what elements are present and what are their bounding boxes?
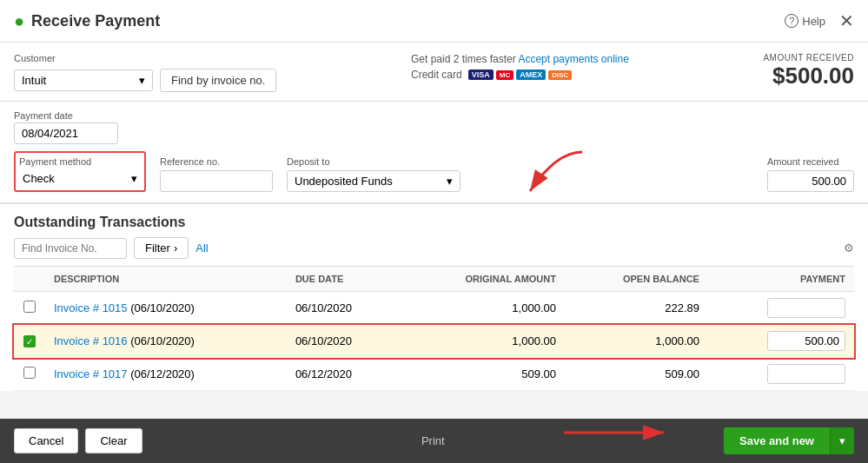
cancel-button[interactable]: Cancel: [14, 428, 78, 453]
invoice-date: (06/12/2020): [128, 367, 195, 380]
filter-arrow-icon: ›: [174, 241, 177, 255]
save-and-new-button[interactable]: Save and new: [724, 427, 830, 454]
transactions-table: DESCRIPTION DUE DATE ORIGINAL AMOUNT OPE…: [14, 266, 854, 391]
discover-icon: DISC: [548, 70, 572, 80]
col-checkbox: [14, 267, 45, 292]
header-right: ? Help ✕: [785, 10, 854, 31]
all-filter-link[interactable]: All: [195, 241, 208, 255]
deposit-to-select[interactable]: Undeposited Funds ▾: [287, 170, 461, 192]
invoice-date: (06/10/2020): [128, 301, 195, 314]
payment-method-select[interactable]: Check ▾: [19, 170, 141, 187]
reference-no-input[interactable]: [160, 170, 273, 192]
header: ● Receive Payment ? Help ✕: [0, 0, 868, 43]
original-amount-cell: 509.00: [400, 358, 565, 391]
checked-checkbox[interactable]: ✓: [23, 335, 36, 347]
description-cell: Invoice # 1016 (06/10/2020): [45, 325, 287, 358]
top-section: Customer Intuit ▾ Find by invoice no. Ge…: [0, 43, 868, 102]
credit-card-label: Credit card: [411, 69, 462, 81]
outstanding-title: Outstanding Transactions: [14, 215, 854, 230]
chevron-down-icon: ▾: [139, 74, 145, 87]
unchecked-checkbox[interactable]: [23, 367, 36, 379]
save-arrow-annotation: [555, 420, 677, 446]
amount-received-label: AMOUNT RECEIVED: [763, 53, 854, 63]
amex-icon: AMEX: [516, 69, 546, 80]
unchecked-checkbox[interactable]: [23, 301, 36, 313]
due-date-cell: 06/10/2020: [287, 325, 400, 358]
description-cell: Invoice # 1015 (06/10/2020): [45, 292, 287, 325]
table-row: Invoice # 1017 (06/12/2020)06/12/2020509…: [14, 358, 854, 391]
customer-select[interactable]: Intuit ▾: [14, 69, 153, 91]
open-balance-cell: 1,000.00: [565, 325, 708, 358]
payment-method-value: Check: [23, 172, 55, 185]
gear-icon[interactable]: ⚙: [844, 241, 854, 255]
invoice-link[interactable]: Invoice # 1016: [54, 334, 128, 347]
checkbox-cell[interactable]: [14, 358, 45, 391]
payment-input[interactable]: [767, 364, 845, 384]
print-button[interactable]: Print: [421, 434, 445, 447]
deposit-to-block: Deposit to Undeposited Funds ▾: [287, 156, 461, 192]
outstanding-section: Outstanding Transactions Filter › All ⚙ …: [0, 204, 868, 391]
bottom-bar: Cancel Clear Print Save and new ▾: [0, 419, 868, 463]
help-button[interactable]: ? Help: [785, 14, 825, 28]
chevron-down-icon: ▾: [447, 175, 453, 188]
logo-icon: ●: [14, 11, 24, 31]
amount-received-block: AMOUNT RECEIVED $500.00: [763, 53, 854, 89]
deposit-to-value: Undeposited Funds: [295, 175, 393, 188]
payment-cell[interactable]: [708, 292, 854, 325]
reference-no-block: Reference no.: [160, 156, 273, 192]
payment-cell[interactable]: [708, 325, 854, 358]
table-row: Invoice # 1015 (06/10/2020)06/10/20201,0…: [14, 292, 854, 325]
filter-label: Filter: [145, 241, 170, 255]
col-original-amount: ORIGINAL AMOUNT: [400, 267, 565, 292]
amount-received-value: $500.00: [763, 63, 854, 89]
payment-method-label: Payment method: [19, 156, 141, 167]
customer-value: Intuit: [22, 74, 46, 87]
payment-input[interactable]: [767, 298, 845, 318]
mid-section: Payment date Payment method Check ▾ Refe…: [0, 102, 868, 204]
header-left: ● Receive Payment: [14, 11, 160, 31]
visa-icon: VISA: [468, 69, 494, 80]
arrow-annotation: [487, 148, 591, 208]
chevron-down-icon: ▾: [131, 172, 137, 185]
original-amount-cell: 1,000.00: [400, 325, 565, 358]
col-open-balance: OPEN BALANCE: [565, 267, 708, 292]
find-invoice-button[interactable]: Find by invoice no.: [160, 69, 276, 92]
amount-received-field-block: Amount received: [767, 156, 854, 192]
payment-input[interactable]: [767, 331, 845, 351]
original-amount-cell: 1,000.00: [400, 292, 565, 325]
save-and-new-dropdown-button[interactable]: ▾: [830, 427, 854, 454]
promo-text: Get paid 2 times faster Accept payments …: [411, 53, 629, 65]
save-new-wrap: Save and new ▾: [724, 427, 854, 454]
payment-date-label: Payment date: [14, 110, 854, 121]
mastercard-icon: MC: [496, 70, 514, 80]
credit-cards: Credit card VISA MC AMEX DISC: [411, 69, 629, 81]
close-button[interactable]: ✕: [839, 10, 854, 31]
amount-received-input[interactable]: [767, 170, 854, 192]
customer-block: Customer Intuit ▾ Find by invoice no.: [14, 53, 276, 92]
customer-row: Intuit ▾ Find by invoice no.: [14, 69, 276, 92]
deposit-to-label: Deposit to: [287, 156, 461, 167]
invoice-link[interactable]: Invoice # 1017: [54, 367, 128, 380]
amount-received-field-label: Amount received: [767, 156, 854, 167]
customer-label: Customer: [14, 53, 276, 63]
filter-button[interactable]: Filter ›: [134, 237, 189, 259]
reference-no-label: Reference no.: [160, 156, 273, 167]
filter-row: Filter › All ⚙: [14, 237, 854, 259]
table-row: ✓Invoice # 1016 (06/10/2020)06/10/20201,…: [14, 325, 854, 358]
fields-row: Payment method Check ▾ Reference no. Dep…: [14, 151, 854, 192]
invoice-date: (06/10/2020): [128, 334, 195, 347]
due-date-cell: 06/10/2020: [287, 292, 400, 325]
top-row: Customer Intuit ▾ Find by invoice no. Ge…: [14, 53, 854, 92]
checkbox-cell[interactable]: [14, 292, 45, 325]
invoice-link[interactable]: Invoice # 1015: [54, 301, 128, 314]
payment-method-block: Payment method Check ▾: [14, 151, 146, 192]
due-date-cell: 06/12/2020: [287, 358, 400, 391]
payment-cell[interactable]: [708, 358, 854, 391]
checkbox-cell[interactable]: ✓: [14, 325, 45, 358]
payment-date-input[interactable]: [14, 122, 118, 144]
find-invoice-input[interactable]: [14, 238, 127, 259]
clear-button[interactable]: Clear: [85, 428, 142, 453]
page-title: Receive Payment: [31, 12, 160, 30]
accept-payments-link[interactable]: Accept payments online: [518, 53, 628, 65]
col-payment: PAYMENT: [708, 267, 854, 292]
